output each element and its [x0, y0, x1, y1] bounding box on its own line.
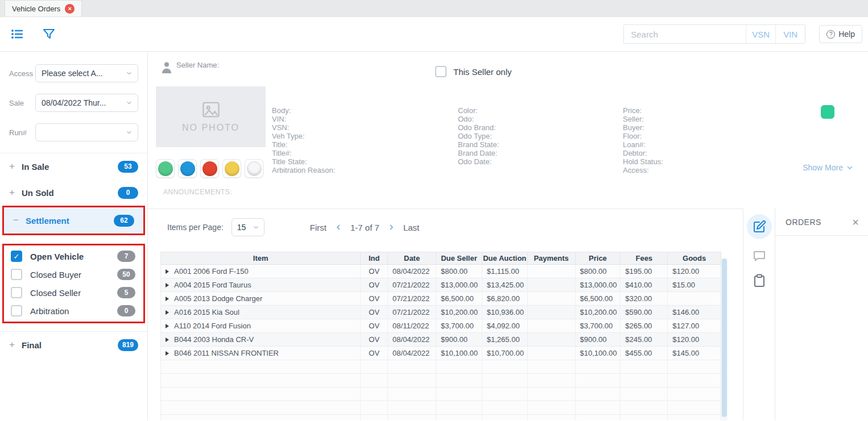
edit-order-button[interactable]	[747, 214, 772, 239]
field-label: Body:	[272, 106, 335, 115]
column-header[interactable]: Due Auction	[482, 252, 528, 264]
access-select[interactable]: Please select A...	[35, 64, 138, 82]
table-row[interactable]: A004 2015 Ford TaurusOV07/21/2022$13,000…	[160, 278, 721, 292]
field-label: Odo Date:	[458, 157, 499, 166]
filter-icon[interactable]	[41, 26, 57, 42]
color-dot-white-button[interactable]	[245, 159, 263, 178]
column-header[interactable]: Item	[161, 252, 361, 264]
filter-closed-seller[interactable]: ✓ Closed Seller 5	[4, 284, 143, 302]
comments-button[interactable]	[747, 247, 772, 264]
table-scrollbar[interactable]	[721, 259, 728, 420]
table-cell	[161, 415, 361, 420]
table-cell	[528, 265, 576, 278]
vsn-button[interactable]: VSN	[746, 25, 775, 43]
item-label: A016 2015 Kia Soul	[174, 308, 239, 316]
scrollbar-thumb[interactable]	[722, 259, 727, 417]
expand-icon[interactable]: +	[9, 187, 22, 198]
table-cell	[436, 401, 482, 414]
settlement-highlight-box: − Settlement 62	[2, 206, 145, 235]
color-dot-green-button[interactable]	[156, 159, 175, 178]
checkbox-open-vehicle[interactable]: ✓	[11, 251, 22, 262]
sidebar-item-settlement[interactable]: − Settlement 62	[4, 207, 143, 234]
tab-vehicle-orders[interactable]: Vehicle Orders ×	[5, 0, 82, 16]
empty-table-row	[160, 401, 721, 415]
vehicle-fields-column-1: Body:VIN:VSN:Veh Type:Title:Title#:Title…	[272, 106, 335, 174]
expand-caret-icon[interactable]	[166, 310, 169, 315]
section-label: Un Sold	[22, 188, 54, 198]
filter-arbitration[interactable]: ✓ Arbitration 0	[4, 302, 143, 320]
expand-caret-icon[interactable]	[166, 351, 169, 356]
table-cell: $900.00	[576, 333, 621, 346]
checkbox-closed-seller[interactable]: ✓	[11, 287, 22, 298]
expand-caret-icon[interactable]	[166, 324, 169, 328]
filter-open-vehicle[interactable]: ✓ Open Vehicle 7	[4, 247, 143, 265]
tab-close-icon[interactable]: ×	[65, 4, 75, 14]
table-cell: $10,936.00	[482, 306, 528, 319]
clipboard-button[interactable]	[747, 272, 772, 289]
field-label: Color:	[458, 106, 499, 115]
table-cell	[576, 374, 621, 387]
field-label: Access:	[623, 166, 663, 174]
count-badge: 50	[117, 269, 135, 280]
table-cell	[482, 387, 528, 401]
table-row[interactable]: A016 2015 Kia SoulOV07/21/2022$10,200.00…	[160, 306, 721, 319]
column-header[interactable]: Goods	[668, 252, 721, 264]
field-label: Brand Date:	[458, 149, 499, 157]
table-cell	[668, 360, 721, 373]
vin-button[interactable]: VIN	[775, 25, 805, 43]
run-select[interactable]	[35, 123, 138, 141]
sidebar-item-final[interactable]: + Final 819	[0, 332, 147, 358]
close-icon[interactable]: ×	[852, 216, 859, 228]
expand-caret-icon[interactable]	[166, 269, 169, 274]
column-header[interactable]: Fees	[621, 252, 668, 264]
chevron-right-icon[interactable]	[388, 224, 395, 231]
chevron-down-icon	[846, 164, 853, 171]
table-row[interactable]: B046 2011 NISSAN FRONTIEROV08/04/2022$10…	[160, 347, 721, 360]
column-header[interactable]: Due Seller	[436, 252, 482, 264]
color-dot-red-button[interactable]	[200, 159, 219, 178]
table-cell: B046 2011 NISSAN FRONTIER	[161, 347, 361, 360]
column-header[interactable]: Price	[576, 252, 621, 264]
pagination-first-button[interactable]: First	[310, 223, 326, 232]
field-label: Brand State:	[458, 140, 499, 149]
expand-caret-icon[interactable]	[166, 337, 169, 342]
filter-closed-buyer[interactable]: ✓ Closed Buyer 50	[4, 265, 143, 284]
table-cell: $245.00	[621, 333, 668, 346]
list-menu-icon[interactable]	[9, 26, 25, 42]
column-header[interactable]: Ind	[361, 252, 388, 264]
checkbox-closed-buyer[interactable]: ✓	[11, 269, 22, 280]
expand-icon[interactable]: +	[9, 339, 22, 351]
sale-select[interactable]: 08/04/2022 Thur...	[35, 94, 138, 112]
show-more-link[interactable]: Show More	[803, 163, 853, 172]
color-dot-blue-button[interactable]	[178, 159, 197, 178]
pagination-last-button[interactable]: Last	[403, 223, 419, 232]
items-per-page-select[interactable]: 15	[232, 218, 264, 236]
table-row[interactable]: A110 2014 Ford FusionOV08/11/2022$3,700.…	[160, 319, 721, 333]
field-label: Hold Status:	[623, 157, 663, 166]
yellow-dot-icon	[225, 161, 239, 176]
expand-caret-icon[interactable]	[166, 283, 169, 287]
table-cell	[576, 401, 621, 414]
this-seller-only-checkbox[interactable]	[435, 66, 447, 77]
sidebar-item-un-sold[interactable]: + Un Sold 0	[0, 180, 147, 206]
table-cell	[436, 387, 482, 401]
checkbox-arbitration[interactable]: ✓	[11, 305, 22, 316]
expand-caret-icon[interactable]	[166, 297, 169, 301]
table-row[interactable]: A005 2013 Dodge ChargerOV07/21/2022$6,50…	[160, 292, 721, 306]
table-cell	[576, 415, 621, 420]
search-input[interactable]	[624, 25, 746, 43]
vehicle-fields-column-3: Price:Seller:Buyer:Floor:Loan#:Debtor:Ho…	[623, 106, 663, 174]
help-button[interactable]: ? Help	[819, 25, 862, 43]
collapse-icon[interactable]: −	[13, 215, 26, 226]
column-header[interactable]: Payments	[528, 252, 576, 264]
table-row[interactable]: A001 2006 Ford F-150OV08/04/2022$800.00$…	[160, 265, 721, 278]
checkbox-label: Closed Seller	[30, 288, 81, 298]
chevron-left-icon[interactable]	[335, 224, 342, 231]
column-header[interactable]: Date	[388, 252, 436, 264]
expand-icon[interactable]: +	[9, 161, 22, 172]
sidebar-item-in-sale[interactable]: + In Sale 53	[0, 153, 147, 180]
table-cell: $800.00	[436, 265, 482, 278]
table-cell	[528, 306, 576, 319]
table-row[interactable]: B044 2003 Honda CR-VOV08/04/2022$900.00$…	[160, 333, 721, 347]
color-dot-yellow-button[interactable]	[222, 159, 241, 178]
